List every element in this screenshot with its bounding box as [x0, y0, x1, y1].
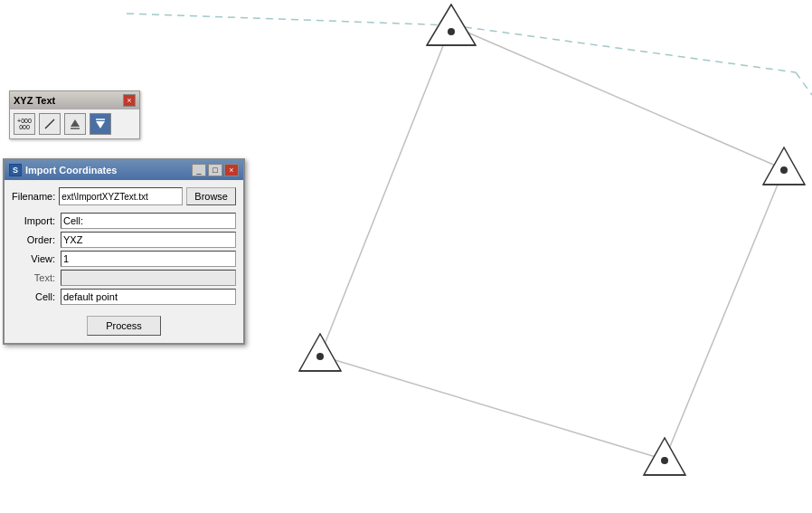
import-dialog-maximize-button[interactable]: □: [208, 164, 222, 176]
svg-marker-20: [71, 119, 80, 127]
xyz-toolbar: XYZ Text × +000 000: [9, 90, 140, 139]
import-dialog-minimize-button[interactable]: _: [192, 164, 206, 176]
order-input[interactable]: [61, 232, 236, 248]
view-label: View:: [12, 251, 57, 267]
svg-marker-22: [96, 121, 105, 128]
import-dialog-title-left: S Import Coordinates: [9, 164, 117, 176]
svg-line-2: [796, 72, 812, 95]
svg-line-1: [452, 25, 796, 72]
cell-input[interactable]: [61, 289, 236, 305]
import-dialog-titlebar: S Import Coordinates _ □ ×: [5, 160, 243, 180]
order-label: Order:: [12, 232, 57, 248]
browse-button[interactable]: Browse: [186, 187, 236, 205]
svg-marker-16: [644, 438, 685, 475]
xyz-toolbar-title: XYZ Text: [14, 95, 55, 106]
svg-marker-10: [763, 147, 805, 185]
filename-input[interactable]: [59, 187, 183, 205]
filename-row: Filename: Browse: [12, 187, 236, 205]
svg-point-17: [661, 457, 668, 464]
import-input[interactable]: [61, 213, 236, 229]
process-button[interactable]: Process: [87, 316, 161, 336]
view-input[interactable]: [61, 251, 236, 267]
xyz-toolbar-close-button[interactable]: ×: [123, 94, 136, 107]
import-dialog-body: Filename: Browse Import: Order: View: Te…: [5, 180, 243, 343]
process-row: Process: [12, 312, 236, 336]
filename-label: Filename:: [12, 191, 55, 202]
import-dialog-controls: _ □ ×: [192, 164, 239, 176]
xyz-toolbar-body: +000 000: [10, 109, 139, 138]
svg-point-14: [316, 353, 324, 360]
svg-line-4: [665, 169, 784, 460]
form-grid: Import: Order: View: Text: Cell:: [12, 213, 236, 305]
xyz-angle-button[interactable]: [39, 113, 61, 135]
svg-line-0: [127, 14, 452, 25]
svg-point-11: [780, 166, 788, 174]
import-coordinates-dialog: S Import Coordinates _ □ × Filename: Bro…: [3, 158, 245, 345]
text-input: [61, 270, 236, 286]
import-label: Import:: [12, 213, 57, 229]
xyz-toolbar-titlebar: XYZ Text ×: [10, 91, 139, 109]
import-dialog-icon: S: [9, 164, 22, 176]
svg-line-6: [320, 25, 451, 356]
import-dialog-title: Import Coordinates: [25, 165, 117, 176]
import-dialog-close-button[interactable]: ×: [224, 164, 239, 176]
cell-label: Cell:: [12, 289, 57, 305]
svg-point-8: [448, 28, 455, 35]
svg-line-3: [451, 25, 784, 169]
xyz-add-button[interactable]: +000 000: [14, 113, 35, 135]
svg-line-19: [45, 119, 54, 128]
xyz-up-button[interactable]: [64, 113, 86, 135]
xyz-down-button[interactable]: [90, 113, 111, 135]
svg-marker-13: [299, 334, 341, 371]
svg-marker-7: [427, 5, 476, 45]
svg-line-5: [320, 356, 665, 460]
text-label: Text:: [12, 270, 57, 286]
